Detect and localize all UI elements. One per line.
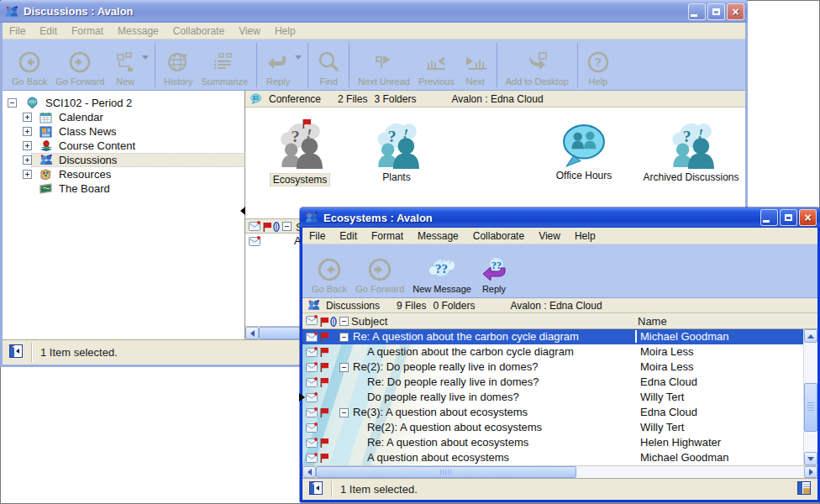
previous-icon	[423, 50, 449, 75]
window1-titlebar[interactable]: Discussions : Avalon ×	[0, 0, 748, 23]
close-button[interactable]: ×	[727, 3, 744, 20]
attachment-column-icon[interactable]	[330, 317, 338, 329]
table-row[interactable]: Do people really live in domes? Willy Te…	[302, 390, 803, 405]
table-row[interactable]: Re(3): A question about ecosystems Edna …	[302, 405, 803, 420]
conference-item-archived-discussions[interactable]: Archived Discussions	[639, 121, 744, 183]
flag-column-icon[interactable]	[320, 317, 329, 329]
new-message-button[interactable]: ?? New Message	[408, 247, 476, 296]
table-row[interactable]: Re: A question about the carbon cycle di…	[302, 329, 803, 344]
menu-message[interactable]: Message	[118, 25, 159, 37]
expand-box[interactable]	[23, 155, 32, 165]
scroll-down-button[interactable]	[804, 452, 817, 465]
files-count: 2 Files	[338, 93, 367, 105]
scrollbar-thumb[interactable]	[316, 466, 576, 478]
discussions-people-icon	[39, 154, 53, 166]
conference-item-ecosystems[interactable]: Ecosystems	[258, 121, 342, 186]
collapse-box[interactable]	[339, 363, 349, 372]
panel-toggle-icon[interactable]	[309, 481, 323, 497]
summarize-button[interactable]: Summarize	[197, 42, 253, 88]
table-row[interactable]: A question about ecosystems Michael Good…	[302, 450, 803, 465]
collapse-box[interactable]	[8, 98, 17, 108]
name-column-header[interactable]: Name	[638, 315, 667, 328]
menu-view[interactable]: View	[239, 25, 260, 37]
window2-titlebar[interactable]: Ecosystems : Avalon ×	[300, 207, 820, 228]
menu-help[interactable]: Help	[275, 25, 296, 37]
close-button[interactable]: ×	[799, 209, 817, 226]
scroll-up-button[interactable]	[804, 329, 817, 343]
tree-item-course[interactable]: SCI102 - Period 2	[3, 96, 244, 110]
maximize-button[interactable]	[707, 3, 725, 20]
subject-column-header[interactable]: Subject	[351, 315, 387, 328]
window2-horizontal-scrollbar[interactable]	[302, 465, 817, 478]
table-row[interactable]: Re: A question about ecosystems Helen Hi…	[302, 435, 803, 450]
table-row[interactable]: Re(2): Do people really live in domes? M…	[302, 360, 803, 375]
menu-help[interactable]: Help	[575, 230, 596, 242]
tree-item-class-news[interactable]: Class News	[3, 124, 244, 139]
next-button[interactable]: Next	[459, 42, 492, 88]
collapse-box[interactable]	[339, 333, 349, 342]
help-button[interactable]: ? Help	[582, 42, 614, 88]
menu-format[interactable]: Format	[371, 230, 403, 242]
subject-cell: Do people really live in domes?	[367, 391, 519, 403]
collapse-all-box[interactable]	[339, 317, 349, 326]
previous-button[interactable]: Previous	[414, 42, 459, 88]
scrollbar-thumb[interactable]	[804, 383, 817, 432]
table-row[interactable]: Re(2): A question about ecosystems Willy…	[302, 420, 803, 435]
collapse-all-box[interactable]	[282, 222, 292, 231]
help-icon: ?	[586, 50, 610, 75]
tree-item-the-board[interactable]: The Board	[3, 181, 244, 196]
menu-file[interactable]: File	[309, 230, 325, 242]
minimize-button[interactable]	[688, 3, 706, 20]
expand-box[interactable]	[23, 113, 32, 122]
view-grid-icon[interactable]	[797, 481, 811, 497]
reply-dropdown-arrow[interactable]	[295, 55, 302, 60]
expand-box[interactable]	[23, 170, 32, 179]
window2-list-body: Re: A question about the carbon cycle di…	[302, 329, 817, 465]
conference-item-office-hours[interactable]: Office Hours	[538, 123, 630, 181]
find-button[interactable]: Find	[313, 42, 344, 88]
new-button[interactable]: New	[108, 42, 142, 88]
go-forward-button[interactable]: Go Forward	[351, 247, 408, 296]
message-column-icon[interactable]	[306, 315, 318, 328]
tree-item-resources[interactable]: Resources	[3, 167, 244, 181]
menu-collaborate[interactable]: Collaborate	[473, 230, 524, 242]
new-dropdown-arrow[interactable]	[142, 55, 149, 60]
table-row[interactable]: A question about the carbon cycle diagra…	[302, 344, 803, 360]
expand-box[interactable]	[23, 141, 32, 150]
message-column-icon[interactable]	[249, 221, 260, 234]
go-back-button[interactable]: Go Back	[8, 42, 51, 88]
add-to-desktop-button[interactable]: Add to Desktop	[502, 42, 573, 88]
history-button[interactable]: History	[160, 42, 197, 88]
expand-box[interactable]	[23, 127, 32, 136]
menu-collaborate[interactable]: Collaborate	[173, 25, 224, 37]
tree-item-discussions[interactable]: Discussions	[3, 153, 244, 167]
window2-vertical-scrollbar[interactable]	[803, 329, 817, 465]
go-back-button[interactable]: Go Back	[308, 247, 351, 296]
menu-edit[interactable]: Edit	[39, 25, 57, 37]
menu-message[interactable]: Message	[418, 230, 459, 242]
table-row[interactable]: Re: Do people really live in domes? Edna…	[302, 375, 803, 390]
forward-arrow-icon	[367, 257, 392, 282]
tree-item-calendar[interactable]: Calendar	[3, 110, 244, 124]
menu-edit[interactable]: Edit	[339, 230, 357, 242]
tree-item-course-content[interactable]: Course Content	[3, 139, 244, 153]
go-forward-button[interactable]: Go Forward	[51, 42, 108, 88]
conference-item-plants[interactable]: Plants	[355, 121, 439, 183]
flag-column-icon[interactable]	[263, 222, 272, 234]
maximize-button[interactable]	[780, 209, 797, 226]
menu-format[interactable]: Format	[71, 25, 103, 37]
menu-view[interactable]: View	[539, 230, 560, 242]
scroll-left-button[interactable]	[245, 327, 259, 339]
collapse-box[interactable]	[339, 408, 349, 417]
message-icon	[306, 332, 318, 345]
attachment-column-icon[interactable]	[273, 222, 281, 234]
minimize-button[interactable]	[760, 209, 778, 226]
next-unread-button[interactable]: Next Unread	[354, 42, 414, 88]
panel-toggle-icon[interactable]	[9, 344, 23, 360]
subject-cell: A question about ecosystems	[367, 451, 509, 464]
reply-button[interactable]: Reply	[261, 42, 295, 88]
menu-file[interactable]: File	[9, 25, 25, 37]
scroll-left-button[interactable]	[302, 466, 316, 478]
scroll-right-button[interactable]	[804, 466, 817, 478]
reply-button[interactable]: ?? Reply	[476, 247, 512, 296]
